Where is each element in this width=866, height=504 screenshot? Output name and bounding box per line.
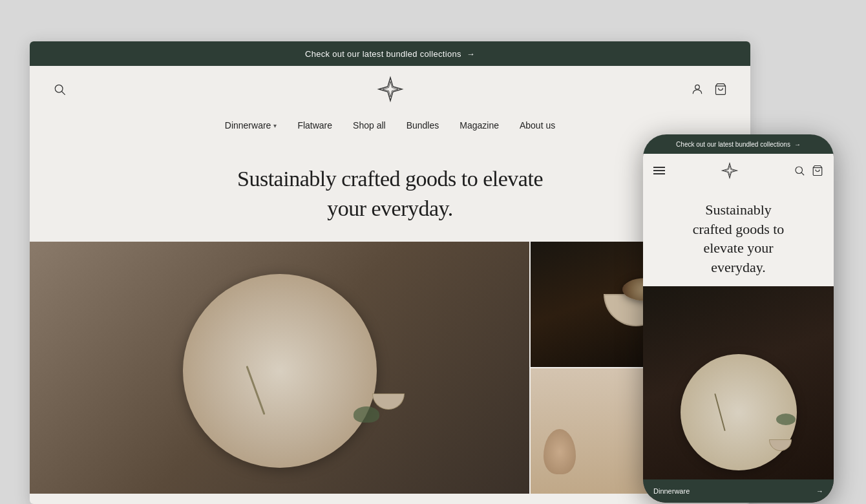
mobile-bottom-arrow: → [816, 487, 823, 495]
hero-title: Sustainably crafted goods to elevate you… [30, 164, 750, 224]
announcement-arrow: → [467, 49, 475, 59]
hand-visual [544, 429, 576, 474]
hamburger-line [653, 170, 665, 171]
mobile-header [643, 154, 834, 187]
user-icon[interactable] [691, 83, 704, 96]
mobile-mockup: Check out our latest bundled collections… [643, 134, 834, 503]
mobile-hero-title: Sustainablycrafted goods toelevate youre… [656, 200, 821, 277]
desktop-browser: Check out our latest bundled collections… [30, 41, 750, 504]
mobile-herb-visual [776, 414, 796, 425]
nav-item-shop-all[interactable]: Shop all [353, 120, 386, 131]
mobile-brand-logo[interactable] [721, 162, 739, 180]
mobile-bottom-bar[interactable]: Dinnerware → [643, 479, 834, 503]
svg-point-8 [796, 167, 803, 174]
mobile-announcement-bar[interactable]: Check out our latest bundled collections… [643, 134, 834, 154]
mobile-bottom-label: Dinnerware [653, 487, 690, 495]
svg-line-1 [62, 92, 65, 95]
hero-section: Sustainably crafted goods to elevate you… [30, 138, 750, 242]
site-header [30, 66, 750, 112]
nav-item-flatware[interactable]: Flatware [297, 120, 332, 131]
mobile-plate-visual [681, 354, 797, 470]
mobile-announcement-arrow: → [794, 141, 801, 148]
svg-point-4 [695, 85, 700, 89]
mobile-inner: Check out our latest bundled collections… [643, 134, 834, 503]
small-bowl-visual [372, 394, 405, 410]
nav-item-about[interactable]: About us [520, 120, 555, 131]
announcement-text: Check out our latest bundled collections [305, 49, 461, 59]
herb-visual [354, 406, 379, 423]
brand-logo[interactable] [376, 75, 405, 103]
image-grid: Fab [30, 242, 750, 494]
mobile-announcement-text: Check out our latest bundled collections [676, 141, 790, 148]
chevron-down-icon: ▾ [273, 122, 277, 129]
mobile-image-area: Dinnerware → [643, 286, 834, 503]
mobile-search-icon[interactable] [794, 165, 805, 176]
plate-visual [183, 274, 377, 468]
cart-icon[interactable] [714, 83, 727, 96]
nav-item-magazine[interactable]: Magazine [459, 120, 499, 131]
hero-image-plate [30, 242, 529, 494]
svg-line-9 [801, 173, 803, 174]
main-nav: Dinnerware ▾ Flatware Shop all Bundles M… [30, 112, 750, 138]
header-right [691, 83, 727, 96]
svg-marker-7 [724, 165, 734, 175]
header-left [53, 83, 66, 96]
svg-point-0 [55, 85, 63, 92]
search-icon[interactable] [53, 83, 66, 96]
announcement-bar[interactable]: Check out our latest bundled collections… [30, 41, 750, 66]
svg-marker-3 [383, 81, 398, 97]
header-center [376, 75, 405, 103]
mobile-header-icons [794, 165, 823, 176]
mobile-cart-icon[interactable] [812, 165, 823, 176]
hamburger-line [653, 167, 665, 168]
hamburger-line [653, 173, 665, 174]
nav-item-dinnerware[interactable]: Dinnerware ▾ [225, 120, 277, 131]
hamburger-icon[interactable] [653, 167, 665, 174]
nav-item-bundles[interactable]: Bundles [407, 120, 439, 131]
mobile-hero-image [643, 286, 834, 503]
mobile-hero: Sustainablycrafted goods toelevate youre… [643, 187, 834, 286]
